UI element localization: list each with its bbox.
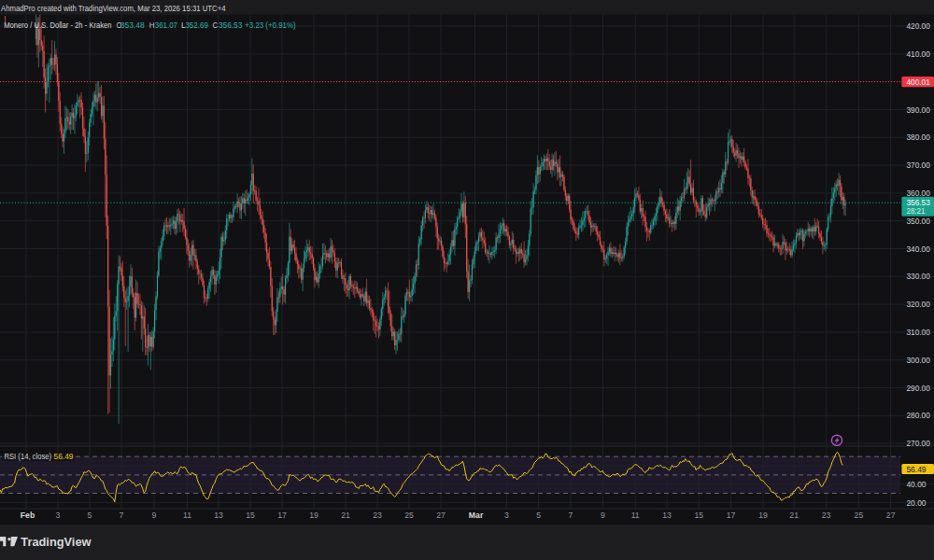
svg-text:21: 21: [789, 511, 799, 520]
svg-text:H: H: [149, 21, 155, 30]
svg-text:380.00: 380.00: [906, 133, 930, 142]
svg-text:370.00: 370.00: [906, 161, 930, 170]
svg-text:11: 11: [631, 511, 640, 520]
svg-text:330.00: 330.00: [906, 272, 930, 281]
svg-text:350.00: 350.00: [906, 217, 930, 226]
svg-text:390.00: 390.00: [906, 105, 930, 115]
svg-text:360.00: 360.00: [906, 189, 930, 198]
svg-text:Feb: Feb: [21, 511, 35, 520]
svg-text:320.00: 320.00: [906, 300, 930, 309]
svg-text:270.00: 270.00: [906, 439, 930, 448]
svg-text:19: 19: [758, 511, 768, 520]
svg-text:19: 19: [309, 511, 318, 520]
svg-text:15: 15: [246, 511, 255, 520]
svg-text:3: 3: [56, 511, 61, 520]
svg-text:25: 25: [404, 511, 414, 520]
svg-text:56.49: 56.49: [906, 465, 926, 474]
svg-text:3: 3: [504, 511, 509, 520]
svg-text:11: 11: [183, 511, 191, 520]
svg-text:Mar: Mar: [469, 511, 484, 520]
svg-text:353.48: 353.48: [120, 21, 145, 30]
svg-text:40.00: 40.00: [906, 480, 926, 489]
svg-text:13: 13: [662, 511, 672, 520]
svg-text:15: 15: [694, 511, 703, 520]
svg-text:20.00: 20.00: [906, 498, 926, 508]
svg-text:Monero / U.S. Dollar - 2h - Kr: Monero / U.S. Dollar - 2h - Kraken: [4, 21, 111, 30]
svg-text:C: C: [213, 21, 219, 30]
svg-text:AhmadPro created with TradingV: AhmadPro created with TradingView.com, M…: [1, 4, 226, 13]
svg-text:21: 21: [341, 511, 350, 520]
svg-text:300.00: 300.00: [906, 356, 930, 365]
svg-text:310.00: 310.00: [906, 328, 930, 337]
svg-text:7: 7: [120, 511, 124, 520]
svg-text:17: 17: [277, 511, 287, 520]
svg-text:280.00: 280.00: [906, 411, 930, 420]
svg-text:356.53: 356.53: [219, 21, 243, 30]
svg-text:23: 23: [822, 511, 831, 520]
svg-text:5: 5: [536, 511, 541, 520]
svg-text:340.00: 340.00: [906, 245, 930, 254]
svg-text:361.07: 361.07: [155, 21, 177, 30]
svg-text:25: 25: [855, 511, 864, 520]
svg-text:13: 13: [214, 511, 223, 520]
svg-text:28:21: 28:21: [906, 206, 926, 216]
svg-text:TradingView: TradingView: [21, 535, 92, 549]
svg-text:+3.23 (+0.91%): +3.23 (+0.91%): [245, 21, 295, 30]
svg-text:RSI (14, close): RSI (14, close): [5, 452, 52, 461]
svg-text:410.00: 410.00: [906, 49, 930, 59]
svg-text:290.00: 290.00: [906, 384, 930, 393]
svg-text:23: 23: [373, 511, 382, 520]
svg-text:56.49: 56.49: [54, 452, 74, 461]
svg-text:5: 5: [88, 511, 92, 520]
svg-text:27: 27: [436, 511, 446, 520]
svg-text:352.69: 352.69: [185, 21, 208, 30]
svg-text:9: 9: [152, 511, 157, 520]
svg-text:7: 7: [569, 511, 573, 520]
svg-text:9: 9: [601, 511, 605, 520]
svg-text:400.01: 400.01: [906, 77, 930, 87]
svg-text:420.00: 420.00: [906, 21, 930, 31]
svg-text:27: 27: [886, 511, 896, 520]
svg-text:17: 17: [727, 511, 736, 520]
